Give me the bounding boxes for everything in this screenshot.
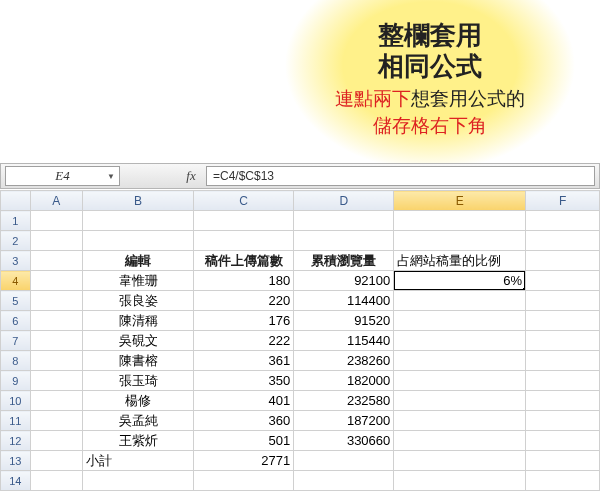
name-box-value: E4 xyxy=(55,168,69,184)
cell[interactable] xyxy=(394,291,526,311)
cell[interactable] xyxy=(394,331,526,351)
row-header[interactable]: 6 xyxy=(1,311,31,331)
tip-text: 整欄套用 相同公式 連點兩下想套用公式的 儲存格右下角 xyxy=(300,20,560,140)
header-uploads[interactable]: 稿件上傳篇數 xyxy=(193,251,293,271)
name-box-dropdown-icon[interactable]: ▼ xyxy=(103,167,119,185)
cell[interactable]: 220 xyxy=(193,291,293,311)
col-header-a[interactable]: A xyxy=(30,191,83,211)
cell[interactable]: 182000 xyxy=(294,371,394,391)
cell[interactable]: 360 xyxy=(193,411,293,431)
tip-title: 整欄套用 相同公式 xyxy=(300,20,560,82)
row-header[interactable]: 13 xyxy=(1,451,31,471)
cell[interactable]: 陳書榕 xyxy=(83,351,194,371)
cell[interactable]: 238260 xyxy=(294,351,394,371)
col-header-b[interactable]: B xyxy=(83,191,194,211)
col-header-e[interactable]: E xyxy=(394,191,526,211)
cell[interactable]: 176 xyxy=(193,311,293,331)
highlight-circle xyxy=(285,0,575,170)
subtotal-label[interactable]: 小計 xyxy=(83,451,194,471)
row-header[interactable]: 1 xyxy=(1,211,31,231)
cell[interactable]: 501 xyxy=(193,431,293,451)
cell[interactable] xyxy=(394,391,526,411)
cell[interactable]: 350 xyxy=(193,371,293,391)
select-all-corner[interactable] xyxy=(1,191,31,211)
row-header[interactable]: 9 xyxy=(1,371,31,391)
cell[interactable]: 222 xyxy=(193,331,293,351)
column-header-row: A B C D E F xyxy=(1,191,600,211)
cell[interactable]: 韋惟珊 xyxy=(83,271,194,291)
formula-text: =C4/$C$13 xyxy=(213,169,274,183)
tip-subtitle: 連點兩下想套用公式的 儲存格右下角 xyxy=(300,86,560,139)
cell[interactable]: 陳清稱 xyxy=(83,311,194,331)
formula-input[interactable]: =C4/$C$13 xyxy=(206,166,595,186)
subtotal-value[interactable]: 2771 xyxy=(193,451,293,471)
cell[interactable]: 114400 xyxy=(294,291,394,311)
tip-overlay: 整欄套用 相同公式 連點兩下想套用公式的 儲存格右下角 xyxy=(0,0,600,165)
cell[interactable] xyxy=(394,351,526,371)
cell[interactable]: 115440 xyxy=(294,331,394,351)
row-header[interactable]: 10 xyxy=(1,391,31,411)
cell[interactable]: 361 xyxy=(193,351,293,371)
cell[interactable] xyxy=(394,371,526,391)
row-header[interactable]: 11 xyxy=(1,411,31,431)
row-header[interactable]: 12 xyxy=(1,431,31,451)
cell[interactable] xyxy=(294,451,394,471)
fx-label[interactable]: fx xyxy=(176,168,206,184)
cell[interactable]: 吳硯文 xyxy=(83,331,194,351)
row-header[interactable]: 3 xyxy=(1,251,31,271)
fill-handle[interactable] xyxy=(523,288,526,291)
formula-bar-row: E4 ▼ fx =C4/$C$13 xyxy=(0,163,600,189)
row-header[interactable]: 4 xyxy=(1,271,31,291)
cell[interactable] xyxy=(394,431,526,451)
cell[interactable]: 92100 xyxy=(294,271,394,291)
row-header[interactable]: 7 xyxy=(1,331,31,351)
header-editor[interactable]: 編輯 xyxy=(83,251,194,271)
cell[interactable]: 張良姿 xyxy=(83,291,194,311)
row-header[interactable]: 14 xyxy=(1,471,31,491)
cell[interactable]: 吳孟純 xyxy=(83,411,194,431)
header-views[interactable]: 累積瀏覽量 xyxy=(294,251,394,271)
selected-cell[interactable]: 6% xyxy=(394,271,526,291)
cell[interactable]: 330660 xyxy=(294,431,394,451)
name-box[interactable]: E4 ▼ xyxy=(5,166,120,186)
col-header-c[interactable]: C xyxy=(193,191,293,211)
cell[interactable] xyxy=(394,411,526,431)
spreadsheet-grid[interactable]: A B C D E F 1 2 3 編輯 稿件上傳篇數 累積瀏覽量 占網站稿量的… xyxy=(0,190,600,491)
cell[interactable]: 180 xyxy=(193,271,293,291)
row-header[interactable]: 8 xyxy=(1,351,31,371)
cell[interactable]: 張玉琦 xyxy=(83,371,194,391)
cell[interactable]: 401 xyxy=(193,391,293,411)
cell[interactable] xyxy=(394,451,526,471)
cell[interactable]: 楊修 xyxy=(83,391,194,411)
cell[interactable] xyxy=(394,311,526,331)
row-header[interactable]: 2 xyxy=(1,231,31,251)
cell[interactable]: 232580 xyxy=(294,391,394,411)
cell[interactable]: 187200 xyxy=(294,411,394,431)
cell[interactable]: 91520 xyxy=(294,311,394,331)
row-header[interactable]: 5 xyxy=(1,291,31,311)
header-ratio[interactable]: 占網站稿量的比例 xyxy=(394,251,526,271)
col-header-d[interactable]: D xyxy=(294,191,394,211)
cell[interactable]: 王紫炘 xyxy=(83,431,194,451)
col-header-f[interactable]: F xyxy=(526,191,600,211)
